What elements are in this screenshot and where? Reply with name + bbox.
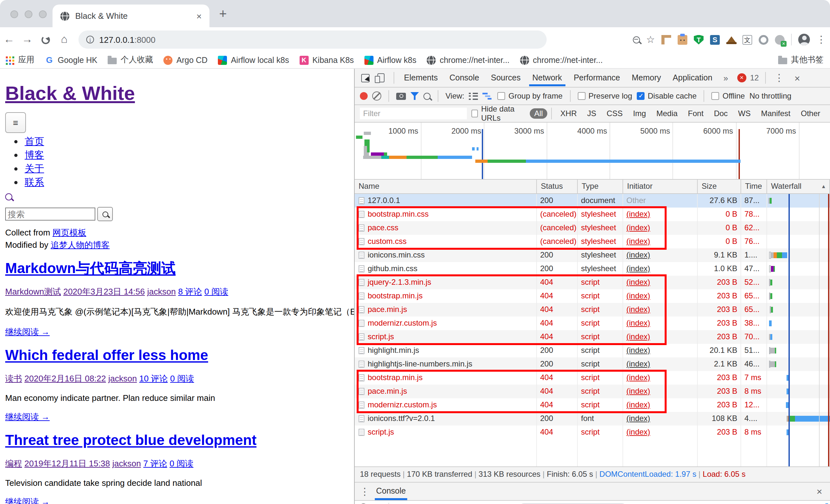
- home-button[interactable]: ⌂: [55, 33, 73, 46]
- shield-extension-icon[interactable]: T: [694, 35, 704, 44]
- ring-extension-icon[interactable]: [759, 35, 768, 44]
- traffic-light-close[interactable]: [10, 10, 18, 18]
- tab-memory[interactable]: Memory: [626, 70, 667, 86]
- tab-elements[interactable]: Elements: [398, 70, 444, 86]
- forward-button[interactable]: →: [18, 33, 36, 46]
- article-author-link[interactable]: jackson: [147, 287, 176, 296]
- screenshot-icon[interactable]: [396, 92, 406, 100]
- bookmark-item[interactable]: 应用: [5, 55, 34, 65]
- article-readmore-link[interactable]: 继续阅读 →: [5, 326, 50, 338]
- site-info-icon[interactable]: i: [86, 36, 94, 43]
- throttling-select[interactable]: No throttling: [749, 91, 791, 100]
- inspect-element-icon[interactable]: [361, 74, 370, 82]
- nav-link[interactable]: 联系: [25, 177, 44, 187]
- initiator-link[interactable]: (index): [627, 428, 650, 437]
- bookmark-item[interactable]: KKibana K8s: [299, 56, 354, 65]
- tab-console[interactable]: Console: [444, 70, 485, 86]
- filter-type-xhr[interactable]: XHR: [556, 108, 581, 119]
- initiator-link[interactable]: (index): [627, 264, 650, 273]
- article-author-link[interactable]: jackson: [108, 374, 137, 383]
- article-readmore-link[interactable]: 继续阅读 →: [5, 496, 50, 504]
- group-by-frame-checkbox[interactable]: Group by frame: [497, 91, 563, 100]
- network-overview-timeline[interactable]: 1000 ms2000 ms3000 ms4000 ms5000 ms6000 …: [355, 123, 830, 180]
- article-reads-link[interactable]: 0 阅读: [170, 374, 194, 383]
- filter-type-font[interactable]: Font: [683, 108, 708, 119]
- modifier-blog-link[interactable]: 追梦人物的博客: [51, 240, 109, 250]
- ruler-extension-icon[interactable]: [662, 35, 671, 44]
- template-source-link[interactable]: 网页模板: [53, 228, 86, 238]
- initiator-link[interactable]: (index): [627, 250, 650, 259]
- tab-sources[interactable]: Sources: [485, 70, 526, 86]
- reload-button[interactable]: [41, 35, 50, 44]
- article-author-link[interactable]: jackson: [113, 459, 141, 468]
- table-row[interactable]: script.js404script(index)203 B8 ms: [355, 426, 830, 439]
- table-row[interactable]: 127.0.0.1200documentOther27.6 KB87...: [355, 194, 830, 208]
- article-title-link[interactable]: Which federal offer less home: [5, 347, 208, 363]
- article-category-link[interactable]: Markdown测试: [5, 287, 61, 296]
- zoom-out-icon[interactable]: [633, 36, 640, 43]
- initiator-link[interactable]: (index): [627, 346, 650, 355]
- wizard-hat-extension-icon[interactable]: [726, 35, 736, 44]
- article-category-link[interactable]: 读书: [5, 374, 22, 383]
- article-comments-link[interactable]: 8 评论: [178, 287, 202, 296]
- article-title-link[interactable]: Markdown与代码高亮测试: [5, 260, 176, 276]
- article-title-link[interactable]: Threat tree protect blue development: [5, 432, 256, 448]
- column-header-status[interactable]: Status: [537, 180, 578, 193]
- clipboard-extension-icon[interactable]: [678, 35, 687, 44]
- filter-funnel-icon[interactable]: [411, 92, 419, 100]
- filter-type-ws[interactable]: WS: [734, 108, 756, 119]
- more-tabs-icon[interactable]: »: [720, 73, 732, 83]
- table-row[interactable]: highlight.min.js200script(index)20.1 KB5…: [355, 344, 830, 357]
- traffic-light-minimize[interactable]: [25, 10, 32, 18]
- filter-type-other[interactable]: Other: [796, 108, 825, 119]
- table-row[interactable]: github.min.css200stylesheet(index)1.0 KB…: [355, 262, 830, 276]
- table-row[interactable]: highlightjs-line-numbers.min.js200script…: [355, 357, 830, 371]
- browser-menu-icon[interactable]: ⋮: [817, 34, 826, 45]
- preserve-log-checkbox[interactable]: Preserve log: [577, 91, 632, 100]
- new-tab-button[interactable]: +: [219, 6, 227, 22]
- globe-x-extension-icon[interactable]: [775, 35, 785, 44]
- s-extension-icon[interactable]: S: [710, 35, 720, 44]
- column-header-initiator[interactable]: Initiator: [623, 180, 698, 193]
- hide-data-urls-checkbox[interactable]: Hide data URLs: [471, 104, 525, 123]
- article-comments-link[interactable]: 7 评论: [143, 459, 167, 468]
- filter-type-js[interactable]: JS: [583, 108, 601, 119]
- bookmark-item[interactable]: Airflow local k8s: [218, 56, 289, 65]
- column-header-type[interactable]: Type: [578, 180, 623, 193]
- filter-input[interactable]: [360, 108, 467, 119]
- column-header-size[interactable]: Size: [698, 180, 741, 193]
- error-badge-icon[interactable]: ×: [737, 73, 746, 83]
- bookmark-item[interactable]: Airflow k8s: [364, 56, 416, 65]
- drawer-close-icon[interactable]: ×: [814, 486, 825, 497]
- initiator-link[interactable]: (index): [627, 414, 650, 423]
- browser-tab[interactable]: Black & White ×: [53, 4, 210, 27]
- filter-type-doc[interactable]: Doc: [709, 108, 732, 119]
- offline-checkbox[interactable]: Offline: [712, 91, 745, 100]
- search-input[interactable]: [5, 208, 95, 221]
- nav-link[interactable]: 关于: [25, 163, 44, 174]
- device-toolbar-icon[interactable]: [377, 73, 385, 83]
- tab-application[interactable]: Application: [667, 70, 718, 86]
- column-header-name[interactable]: Name: [355, 180, 537, 193]
- devtools-close-icon[interactable]: ×: [790, 72, 805, 83]
- requests-table[interactable]: 127.0.0.1200documentOther27.6 KB87...boo…: [355, 194, 830, 466]
- article-reads-link[interactable]: 0 阅读: [204, 287, 228, 296]
- filter-type-img[interactable]: Img: [628, 108, 650, 119]
- table-row[interactable]: ionicons.min.css200stylesheet(index)9.1 …: [355, 248, 830, 262]
- console-drawer-tab[interactable]: Console: [375, 482, 407, 500]
- bookmark-star-icon[interactable]: ☆: [646, 34, 655, 45]
- filter-type-manifest[interactable]: Manifest: [757, 108, 795, 119]
- bookmark-item[interactable]: GGoogle HK: [45, 56, 97, 65]
- filter-type-all[interactable]: All: [530, 108, 548, 119]
- drawer-menu-icon[interactable]: ⋮: [360, 485, 370, 497]
- record-button[interactable]: [360, 92, 368, 100]
- column-header-time[interactable]: Time: [741, 180, 767, 193]
- article-comments-link[interactable]: 10 评论: [139, 374, 168, 383]
- list-view-icon[interactable]: [469, 92, 478, 100]
- search-requests-icon[interactable]: [423, 92, 430, 100]
- bookmark-item[interactable]: chrome://net-inter...: [520, 56, 603, 65]
- filter-type-css[interactable]: CSS: [602, 108, 627, 119]
- other-bookmarks[interactable]: 其他书签: [778, 55, 824, 65]
- devtools-menu-icon[interactable]: ⋮: [770, 72, 789, 84]
- tab-close-icon[interactable]: ×: [196, 11, 202, 21]
